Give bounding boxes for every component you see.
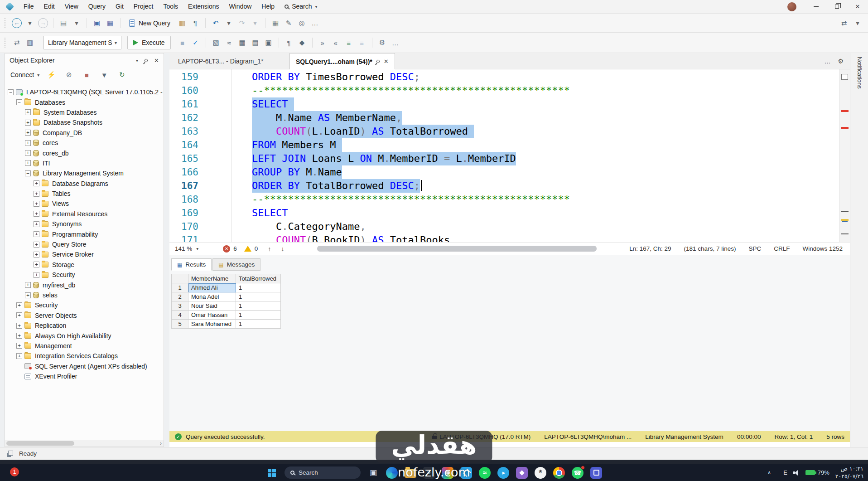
tree-item[interactable]: +External Resources (5, 209, 164, 219)
tree-item[interactable]: +Service Broker (5, 249, 164, 259)
showplan-icon[interactable]: ▧ (210, 37, 222, 49)
table-icon[interactable]: ▦ (270, 17, 281, 29)
tray-expand-icon[interactable]: ∧ (767, 470, 771, 476)
tree-item[interactable]: −Library Management System (5, 168, 164, 178)
menu-tools[interactable]: Tools (158, 0, 183, 13)
expand-box-icon[interactable]: + (16, 312, 22, 318)
encoding[interactable]: Windows 1252 (802, 245, 843, 252)
toolbar-grip[interactable] (5, 18, 7, 28)
editor-scrollbar[interactable] (839, 69, 850, 242)
expand-box-icon[interactable]: + (16, 333, 22, 339)
visual-studio-icon[interactable] (516, 467, 528, 479)
results-text-icon[interactable]: ▤ (250, 37, 261, 49)
whatsapp-icon[interactable]: ☎ (572, 467, 583, 479)
tree-item[interactable]: +Database Snapshots (5, 117, 164, 127)
refresh-icon[interactable]: ↻ (116, 69, 128, 81)
undo-menu-icon[interactable]: ▾ (223, 17, 235, 29)
error-summary[interactable]: ✕ 6 (223, 245, 237, 253)
tree-item[interactable]: +Database Diagrams (5, 179, 164, 189)
scrollbar-thumb[interactable] (6, 441, 74, 446)
filter-icon[interactable]: ▼ (98, 69, 110, 81)
expand-box-icon[interactable]: + (34, 262, 39, 267)
tree-item[interactable]: +cores_db (5, 148, 164, 158)
grid-cell[interactable]: Omar Hassan (188, 311, 236, 320)
tree-item[interactable]: +Storage (5, 260, 164, 270)
save-icon[interactable]: ▣ (91, 17, 103, 29)
results-tab-results[interactable]: ▦Results (171, 258, 212, 271)
float-pane-icon[interactable] (841, 74, 848, 80)
results-file-icon[interactable]: ▣ (263, 37, 275, 49)
grid-row-header[interactable]: 5 (172, 320, 188, 329)
telegram-icon[interactable]: ▸ (497, 467, 509, 479)
parse-icon[interactable]: ✓ (190, 37, 202, 49)
toolbar-grip[interactable] (5, 38, 7, 48)
tree-item[interactable]: −Databases (5, 97, 164, 107)
expand-box-icon[interactable]: + (16, 343, 22, 349)
comment-icon[interactable]: ≡ (343, 37, 355, 49)
grid-row-header[interactable]: 2 (172, 292, 188, 301)
tree-item[interactable]: +Programmability (5, 229, 164, 239)
editor-line[interactable]: 163 COUNT(L.LoanID) AS TotalBorrowed (169, 125, 839, 138)
expand-box-icon[interactable]: + (34, 191, 39, 197)
uncomment-icon[interactable]: ≡ (356, 37, 368, 49)
notification-badge[interactable]: 1 (10, 467, 19, 476)
tree-item[interactable]: +Tables (5, 189, 164, 199)
editor-line[interactable]: 168--***********************************… (169, 193, 839, 206)
clock[interactable]: ١٠:٣١ ص ٢٠٢٥/٠٧/٢٦ (835, 465, 863, 480)
undo-icon[interactable]: ↶ (210, 17, 222, 29)
expand-box-icon[interactable]: + (25, 160, 31, 166)
results-tab-messages[interactable]: ▤Messages (212, 258, 260, 271)
grid-row-header[interactable]: 3 (172, 301, 188, 311)
back-icon[interactable]: ← (12, 18, 22, 28)
tree-item[interactable]: +selas (5, 290, 164, 300)
live-stats-icon[interactable]: ≈ (223, 37, 235, 49)
expand-box-icon[interactable]: + (16, 353, 22, 359)
editor-line[interactable]: 167ORDER BY TotalBorrowed DESC; (169, 179, 839, 193)
menu-project[interactable]: Project (129, 0, 159, 13)
tab-active[interactable]: SQLQuery1....oham (54))*✕ (289, 53, 395, 69)
expand-box-icon[interactable]: + (34, 211, 39, 217)
history-menu-icon[interactable]: ▾ (24, 17, 36, 29)
task-view-icon[interactable]: ▣ (367, 467, 379, 479)
toolbar-options-icon[interactable]: ▾ (852, 17, 863, 29)
editor-line[interactable]: 162 M.Name AS MemberName, (169, 111, 839, 125)
edge-icon[interactable] (386, 467, 398, 479)
tree-item[interactable]: −LAPTOP-6LT3QMHQ (SQL Server 17.0.1105.2… (5, 87, 164, 97)
editor-line[interactable]: 166GROUP BY M.Name (169, 165, 839, 179)
editor-line[interactable]: 171 COUNT(B.BookID) AS TotalBooks (169, 233, 839, 242)
results-grid-icon[interactable]: ▦ (236, 37, 248, 49)
grid-cell[interactable]: 1 (236, 283, 281, 292)
edit-icon[interactable]: ✎ (283, 17, 294, 29)
language-indicator[interactable]: E (783, 469, 787, 476)
expand-box-icon[interactable]: + (34, 221, 39, 227)
menu-window[interactable]: Window (224, 0, 257, 13)
menu-search[interactable]: Search ▾ (280, 0, 322, 13)
code-editor[interactable]: 159ORDER BY TimesBorrowed DESC;160--****… (169, 69, 839, 242)
menu-git[interactable]: Git (111, 0, 129, 13)
prev-error-icon[interactable]: ↑ (268, 245, 271, 253)
close-icon[interactable]: ✕ (154, 57, 159, 64)
eol-mode[interactable]: CRLF (774, 245, 790, 252)
pin-icon[interactable] (376, 59, 380, 64)
overflow-icon[interactable]: … (309, 17, 321, 29)
tree-item[interactable]: +Security (5, 270, 164, 280)
stop-icon[interactable]: ■ (81, 69, 92, 81)
account-avatar[interactable] (787, 2, 796, 11)
indent-icon[interactable]: » (317, 37, 328, 49)
tree-item[interactable]: +myfirest_db (5, 280, 164, 290)
expand-box-icon[interactable]: + (25, 140, 31, 146)
grid-corner-cell[interactable] (172, 274, 188, 283)
expand-box-icon[interactable]: + (25, 282, 31, 288)
pin-icon[interactable] (144, 58, 149, 63)
grid-cell[interactable]: Sara Mohamed (188, 320, 236, 329)
connect-dropdown[interactable]: Connect ▾ (10, 71, 39, 78)
close-icon[interactable]: ✕ (384, 58, 389, 65)
notifications-strip[interactable]: Notifications (850, 53, 868, 447)
change-connection-icon[interactable]: ⇄ (11, 37, 23, 49)
grid-cell[interactable]: Mona Adel (188, 292, 236, 301)
tab-inactive[interactable]: LAPTOP-6LT3... - Diagram_1* (172, 53, 270, 69)
tree-item[interactable]: XEvent Profiler (5, 371, 164, 381)
tree-item[interactable]: +Replication (5, 321, 164, 330)
tree-item[interactable]: +Always On High Availability (5, 330, 164, 340)
teams-icon[interactable] (590, 467, 602, 479)
